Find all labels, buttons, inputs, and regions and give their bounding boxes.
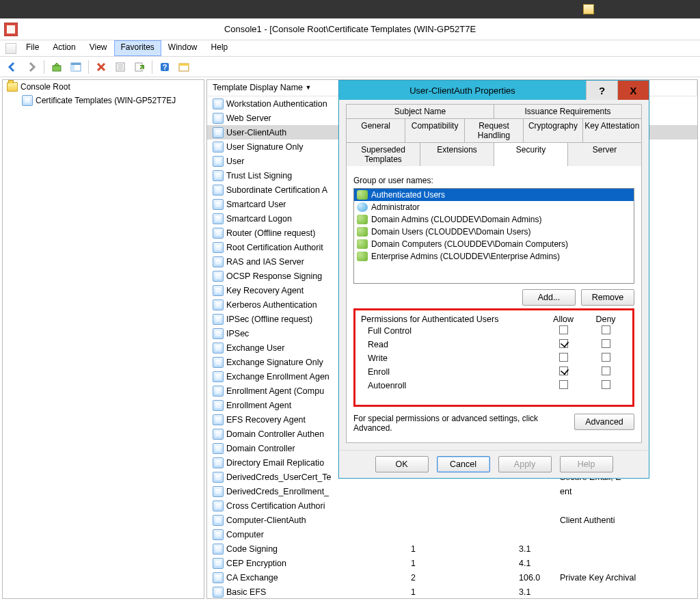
properties-button[interactable] (112, 59, 129, 75)
principal-row[interactable]: Domain Users (CLOUDDEV\Domain Users) (354, 226, 634, 238)
allow-checkbox[interactable] (559, 380, 568, 389)
tab-issuance-requirements[interactable]: Issuance Requirements (494, 104, 642, 118)
tab-subject-name[interactable]: Subject Name (346, 104, 494, 118)
template-name: Workstation Authentication (226, 99, 327, 109)
allow-checkbox[interactable] (559, 325, 568, 334)
list-row[interactable]: CEP Encryption14.1 (207, 556, 697, 570)
principal-row[interactable]: Domain Computers (CLOUDDEV\Domain Comput… (354, 238, 634, 250)
principals-list[interactable]: Authenticated UsersAdministratorDomain A… (353, 188, 634, 284)
permissions-box: Permissions for Authenticated Users Allo… (353, 308, 634, 407)
tab-general[interactable]: General (346, 118, 405, 142)
menu-action[interactable]: Action (46, 40, 82, 56)
show-hide-tree-button[interactable] (68, 59, 84, 75)
advanced-button[interactable]: Advanced (574, 414, 634, 430)
template-name: Root Certification Authorit (226, 243, 323, 252)
apply-button[interactable]: Apply (498, 456, 552, 472)
tab-security[interactable]: Security (494, 142, 568, 166)
deny-checkbox[interactable] (602, 353, 610, 362)
list-row[interactable]: Code Signing13.1 (207, 542, 697, 556)
deny-checkbox[interactable] (602, 366, 610, 375)
toolbar-separator (88, 60, 89, 74)
permission-label: Full Control (361, 326, 542, 336)
tab-extensions[interactable]: Extensions (420, 142, 494, 166)
menu-view[interactable]: View (83, 40, 114, 56)
list-row[interactable]: Cross Certification Authori (207, 498, 697, 513)
tree-pane[interactable]: Console Root Certificate Templates (WIN-… (2, 79, 204, 599)
tab-request-handling[interactable]: Request Handling (465, 118, 524, 142)
menu-help[interactable]: Help (204, 40, 235, 56)
allow-checkbox[interactable] (559, 339, 568, 348)
template-name: User Signature Only (226, 142, 304, 152)
tab-key-attestation[interactable]: Key Attestation (583, 118, 642, 142)
version: 3.1 (513, 544, 554, 554)
dialog-title-bar[interactable]: User-ClientAuth Properties ? X (339, 81, 649, 100)
template-name: Cross Certification Authori (226, 501, 325, 511)
principal-label: Enterprise Admins (CLOUDDEV\Enterprise A… (371, 252, 560, 261)
template-icon (213, 256, 224, 267)
template-name: Computer-ClientAuth (226, 516, 306, 525)
principal-row[interactable]: Enterprise Admins (CLOUDDEV\Enterprise A… (354, 250, 634, 263)
allow-checkbox[interactable] (559, 353, 568, 362)
ok-button[interactable]: OK (375, 456, 429, 472)
up-button[interactable] (49, 59, 65, 75)
list-row[interactable]: DerivedCreds_Enrollment_ent (207, 484, 697, 498)
deny-checkbox[interactable] (602, 380, 610, 389)
folder-icon (7, 82, 18, 92)
template-icon (213, 185, 224, 196)
menu-favorites[interactable]: Favorites (114, 40, 161, 56)
delete-button[interactable] (93, 59, 109, 75)
user-icon (357, 202, 368, 212)
list-row[interactable]: Computer-ClientAuthClient Authenti (207, 513, 697, 527)
version: 4.1 (513, 559, 554, 568)
advanced-hint: For special permissions or advanced sett… (353, 414, 567, 433)
menu-window[interactable]: Window (161, 40, 204, 56)
svg-rect-0 (53, 66, 61, 71)
tree-root-row[interactable]: Console Root (3, 80, 204, 94)
menu-file[interactable]: File (19, 40, 46, 56)
tree-child-row[interactable]: Certificate Templates (WIN-GP52T7EJ (3, 94, 204, 107)
list-row[interactable]: Basic EFS13.1 (207, 585, 697, 599)
list-row[interactable]: CA Exchange2106.0Private Key Archival (207, 570, 697, 585)
schema-version: 2 (405, 573, 513, 583)
system-menu-icon[interactable] (3, 40, 19, 56)
help-button[interactable]: ? (157, 59, 173, 75)
template-icon (213, 500, 224, 511)
export-button[interactable] (131, 59, 148, 75)
template-icon (213, 558, 224, 569)
menu-bar[interactable]: File Action View Favorites Window Help (0, 40, 700, 57)
title-bar: Console1 - [Console Root\Certificate Tem… (0, 18, 700, 40)
principal-row[interactable]: Authenticated Users (354, 189, 634, 201)
list-pane[interactable]: Template Display Name ▼ Schema Version V… (206, 79, 698, 599)
deny-checkbox[interactable] (602, 325, 610, 334)
forward-button[interactable] (23, 59, 40, 75)
new-window-button[interactable] (176, 59, 192, 75)
dialog-close-button[interactable]: X (617, 81, 649, 100)
tab-server[interactable]: Server (568, 142, 642, 166)
dialog-help-footer-button[interactable]: Help (560, 456, 613, 472)
principal-row[interactable]: Domain Admins (CLOUDDEV\Domain Admins) (354, 213, 634, 226)
principal-row[interactable]: Administrator (354, 201, 634, 213)
tab-cryptography[interactable]: Cryptography (524, 118, 582, 142)
mmc-icon (4, 23, 18, 36)
svg-rect-8 (135, 63, 142, 71)
template-icon (213, 371, 224, 382)
template-name: Domain Controller (226, 444, 295, 453)
dialog-help-button[interactable]: ? (586, 81, 617, 100)
tab-compatibility[interactable]: Compatibility (405, 118, 464, 142)
sort-descending-icon: ▼ (305, 84, 311, 91)
template-name: Subordinate Certification A (226, 185, 327, 195)
allow-checkbox[interactable] (559, 366, 568, 375)
template-name: OCSP Response Signing (226, 271, 322, 281)
cancel-button[interactable]: Cancel (437, 456, 490, 472)
add-button[interactable]: Add... (522, 289, 576, 306)
list-row[interactable]: Computer (207, 527, 697, 542)
template-name: CEP Encryption (226, 559, 286, 568)
back-button[interactable] (4, 59, 21, 75)
template-icon (213, 386, 224, 397)
permission-row: Read (361, 338, 627, 351)
remove-button[interactable]: Remove (581, 289, 634, 306)
tab-superseded[interactable]: Superseded Templates (346, 142, 420, 166)
deny-checkbox[interactable] (602, 339, 610, 348)
template-icon (213, 429, 224, 440)
template-icon (213, 213, 224, 224)
